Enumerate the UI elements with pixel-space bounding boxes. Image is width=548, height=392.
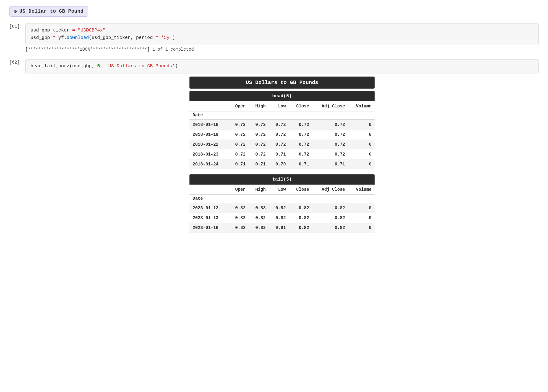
space-3	[158, 35, 161, 40]
tail-vol-2: 0	[348, 213, 375, 223]
col-close: Close	[289, 101, 312, 111]
head-vol-4: 0	[348, 149, 375, 159]
head-row-4: 2018-01-23 0.72 0.72 0.71 0.72 0.72 0	[189, 149, 375, 159]
head-close-5: 0.71	[289, 159, 312, 169]
head-open-1: 0.72	[229, 120, 249, 130]
eq-sign-1: =	[72, 28, 75, 33]
cell-number-62: [62]:	[9, 59, 25, 65]
globe-icon: ⊕	[14, 8, 17, 15]
col-adj-close: Adj Close	[312, 101, 348, 111]
head-vol-2: 0	[348, 130, 375, 140]
tail-adj-3: 0.82	[312, 223, 348, 233]
tail-vol-1: 0	[348, 203, 375, 213]
tail-low-3: 0.81	[269, 223, 289, 233]
col-open: Open	[229, 101, 249, 111]
head-close-1: 0.72	[289, 120, 312, 130]
tail-table: Open High Low Close Adj Close Volume Dat…	[189, 185, 375, 233]
space-1	[75, 28, 78, 33]
tail-col-open: Open	[229, 185, 249, 195]
tail-open-3: 0.82	[229, 223, 249, 233]
eq-sign-3: =	[156, 35, 158, 40]
tail-row-1: 2023-01-12 0.82 0.83 0.82 0.82 0.82 0	[189, 203, 375, 213]
head-open-5: 0.71	[229, 159, 249, 169]
str-usdgbp: "USDGBP=x"	[78, 28, 106, 33]
comma-space: ,	[100, 64, 106, 69]
code-line-3: head_tail_horz(usd_gbp, 5, 'US Dollars t…	[31, 63, 533, 70]
head-adj-3: 0.72	[312, 140, 348, 149]
head-adj-2: 0.72	[312, 130, 348, 140]
page-title: US Dollar to GB Pound	[19, 9, 84, 14]
head-adj-1: 0.72	[312, 120, 348, 130]
head-high-5: 0.71	[249, 159, 269, 169]
tail-low-2: 0.82	[269, 213, 289, 223]
code-line-2: usd_gbp = yf.download(usd_gbp_ticker, pe…	[31, 34, 533, 42]
head-high-2: 0.72	[249, 130, 269, 140]
head-row-5: 2018-01-24 0.71 0.71 0.70 0.71 0.71 0	[189, 159, 375, 169]
tail-vol-3: 0	[348, 223, 375, 233]
head-low-5: 0.70	[269, 159, 289, 169]
page-header: ⊕ US Dollar to GB Pound	[9, 6, 88, 17]
head-vol-1: 0	[348, 120, 375, 130]
tail-open-1: 0.82	[229, 203, 249, 213]
tail-date-2: 2023-01-13	[189, 213, 229, 223]
tail-section-header: tail(5)	[189, 174, 375, 185]
head-adj-5: 0.71	[312, 159, 348, 169]
head-high-3: 0.72	[249, 140, 269, 149]
date-subheader-head: Date	[189, 111, 375, 120]
head-low-3: 0.72	[269, 140, 289, 149]
head-adj-4: 0.72	[312, 149, 348, 159]
tail-column-headers: Open High Low Close Adj Close Volume	[189, 185, 375, 195]
head-date-2: 2018-01-19	[189, 130, 229, 140]
tail-col-volume: Volume	[348, 185, 375, 195]
head-table: Open High Low Close Adj Close Volume Dat…	[189, 101, 375, 169]
tail-close-3: 0.82	[289, 223, 312, 233]
head-section-header: head(5)	[189, 91, 375, 101]
col-low: Low	[269, 101, 289, 111]
tail-row-3: 2023-01-16 0.82 0.82 0.81 0.82 0.82 0	[189, 223, 375, 233]
str-title: 'US Dollars to GB Pounds'	[106, 64, 175, 69]
tail-adj-2: 0.82	[312, 213, 348, 223]
tail-close-2: 0.82	[289, 213, 312, 223]
tail-high-1: 0.83	[249, 203, 269, 213]
close-paren-2: )	[175, 64, 178, 69]
tail-row-2: 2023-01-13 0.82 0.82 0.82 0.82 0.82 0	[189, 213, 375, 223]
method-download: download	[67, 35, 89, 40]
head-row-2: 2018-01-19 0.72 0.72 0.72 0.72 0.72 0	[189, 130, 375, 140]
head-date-1: 2018-01-18	[189, 120, 229, 130]
head-high-4: 0.72	[249, 149, 269, 159]
data-table-wrapper: US Dollars to GB Pounds head(5) Open Hig…	[189, 77, 375, 233]
tail-col-high: High	[249, 185, 269, 195]
func-call: head_tail_horz(usd_gbp,	[31, 64, 97, 69]
eq-sign-2: =	[53, 35, 56, 40]
head-close-4: 0.72	[289, 149, 312, 159]
head-date-4: 2018-01-23	[189, 149, 229, 159]
col-volume: Volume	[348, 101, 375, 111]
head-row-3: 2018-01-22 0.72 0.72 0.72 0.72 0.72 0	[189, 140, 375, 149]
cell-code-62: head_tail_horz(usd_gbp, 5, 'US Dollars t…	[25, 59, 539, 73]
var-usd-gbp: usd_gbp	[31, 35, 53, 40]
cell-61: [61]: usd_gbp_ticker = "USDGBP=x" usd_gb…	[9, 23, 539, 54]
head-open-2: 0.72	[229, 130, 249, 140]
tail-col-adj-close: Adj Close	[312, 185, 348, 195]
code-line-1: usd_gbp_ticker = "USDGBP=x"	[31, 27, 533, 34]
tail-adj-1: 0.82	[312, 203, 348, 213]
head-column-headers: Open High Low Close Adj Close Volume	[189, 101, 375, 111]
head-low-1: 0.72	[269, 120, 289, 130]
var-usd-gbp-ticker: usd_gbp_ticker	[31, 28, 72, 33]
col-high: High	[249, 101, 269, 111]
close-paren: )	[172, 35, 175, 40]
tail-col-close: Close	[289, 185, 312, 195]
head-low-2: 0.72	[269, 130, 289, 140]
head-vol-5: 0	[348, 159, 375, 169]
space-2: yf.	[56, 35, 67, 40]
tail-col-low: Low	[269, 185, 289, 195]
head-open-4: 0.72	[229, 149, 249, 159]
head-close-3: 0.72	[289, 140, 312, 149]
date-subheader-tail: Date	[189, 195, 375, 203]
params: (usd_gbp_ticker, period	[89, 35, 156, 40]
date-label-head: Date	[189, 111, 229, 120]
num-5: 5	[97, 64, 100, 69]
head-low-4: 0.71	[269, 149, 289, 159]
tail-open-2: 0.82	[229, 213, 249, 223]
head-high-1: 0.72	[249, 120, 269, 130]
